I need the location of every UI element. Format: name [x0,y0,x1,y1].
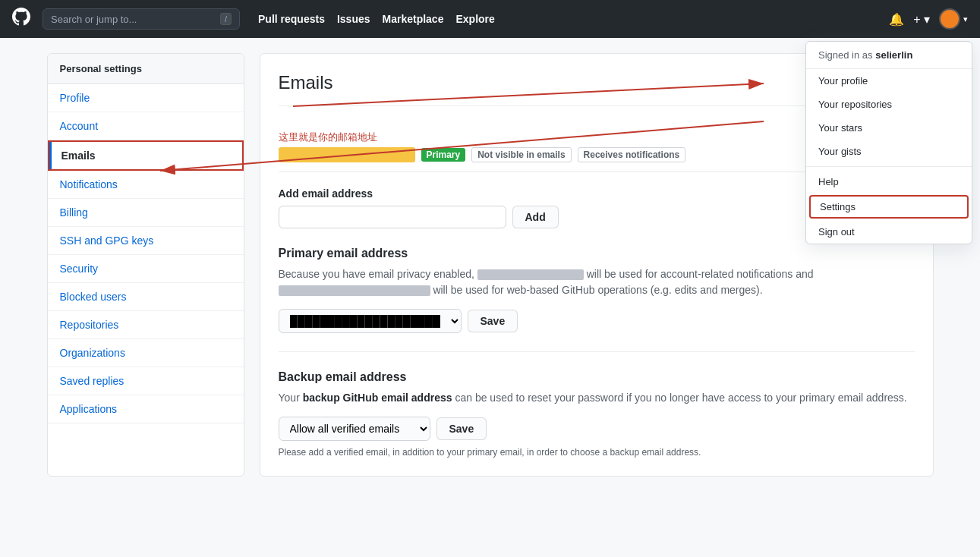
sidebar-item-profile[interactable]: Profile [48,84,244,112]
top-navigation: Search or jump to... / Pull requests Iss… [0,0,980,38]
sidebar-item-applications[interactable]: Applications [48,395,244,423]
search-placeholder: Search or jump to... [51,14,137,25]
create-new-button[interactable]: + ▾ [913,12,930,27]
nav-right-area: 🔔 + ▾ ▾ [889,8,968,30]
user-caret: ▾ [963,14,968,24]
email-hint: 这里就是你的邮箱地址 [279,131,686,144]
dropdown-your-gists[interactable]: Your gists [806,140,972,163]
github-logo[interactable] [12,8,30,30]
dropdown-your-repositories[interactable]: Your repositories [806,93,972,116]
sidebar-header: Personal settings [48,54,244,84]
backup-email-save-button[interactable]: Save [436,417,487,440]
sidebar-item-notifications[interactable]: Notifications [48,171,244,199]
dropdown-settings[interactable]: Settings [809,195,969,219]
sidebar-item-blocked-users[interactable]: Blocked users [48,283,244,311]
sidebar-item-saved-replies[interactable]: Saved replies [48,367,244,395]
sidebar-item-organizations[interactable]: Organizations [48,339,244,367]
backup-email-note: Please add a verified email, in addition… [279,447,915,458]
email-info: 这里就是你的邮箱地址 Primary Not visible in emails… [279,131,686,162]
primary-email-masked-1 [477,269,584,280]
dropdown-help[interactable]: Help [806,170,972,194]
nav-pull-requests[interactable]: Pull requests [258,13,325,25]
badge-receives-notifications: Receives notifications [578,147,686,162]
sidebar-item-emails[interactable]: Emails [48,140,244,171]
avatar [939,8,960,30]
primary-email-section: Primary email address Because you have e… [279,247,915,352]
primary-email-masked-2 [279,285,430,296]
sidebar-item-billing[interactable]: Billing [48,199,244,227]
user-menu-button[interactable]: ▾ [939,8,968,30]
sidebar-item-security[interactable]: Security [48,255,244,283]
sidebar-item-account[interactable]: Account [48,112,244,140]
user-dropdown-menu: Signed in as selierlin Your profile Your… [805,41,972,244]
nav-marketplace[interactable]: Marketplace [383,13,444,25]
nav-issues[interactable]: Issues [337,13,370,25]
primary-email-desc: Because you have email privacy enabled, … [279,266,915,298]
backup-email-title: Backup email address [279,370,915,384]
sidebar-item-ssh-gpg-keys[interactable]: SSH and GPG keys [48,227,244,255]
dropdown-your-stars[interactable]: Your stars [806,116,972,140]
backup-email-section: Backup email address Your backup GitHub … [279,370,915,458]
backup-email-select-row: Allow all verified emails Save [279,417,915,441]
search-bar[interactable]: Search or jump to... / [43,8,240,30]
nav-explore[interactable]: Explore [455,13,494,25]
slash-key: / [220,13,232,25]
add-email-button[interactable]: Add [512,206,559,228]
backup-email-desc: Your backup GitHub email address can be … [279,390,915,406]
email-badges-row: Primary Not visible in emails Receives n… [279,147,686,162]
email-masked-value [279,147,415,162]
add-email-input[interactable] [279,206,506,228]
sidebar: Personal settings Profile Account Emails… [47,53,244,477]
primary-email-select[interactable]: ████████████████████ [279,309,462,333]
sidebar-item-repositories[interactable]: Repositories [48,311,244,339]
primary-email-select-row: ████████████████████ Save [279,309,915,333]
backup-email-select[interactable]: Allow all verified emails [279,417,430,441]
primary-email-title: Primary email address [279,247,915,260]
badge-primary: Primary [421,148,466,162]
primary-email-save-button[interactable]: Save [468,310,518,332]
dropdown-signed-in: Signed in as selierlin [806,42,972,69]
dropdown-sign-out[interactable]: Sign out [806,220,972,244]
nav-links: Pull requests Issues Marketplace Explore [258,13,495,25]
badge-not-visible: Not visible in emails [471,147,571,162]
notifications-button[interactable]: 🔔 [889,12,904,27]
dropdown-your-profile[interactable]: Your profile [806,69,972,93]
